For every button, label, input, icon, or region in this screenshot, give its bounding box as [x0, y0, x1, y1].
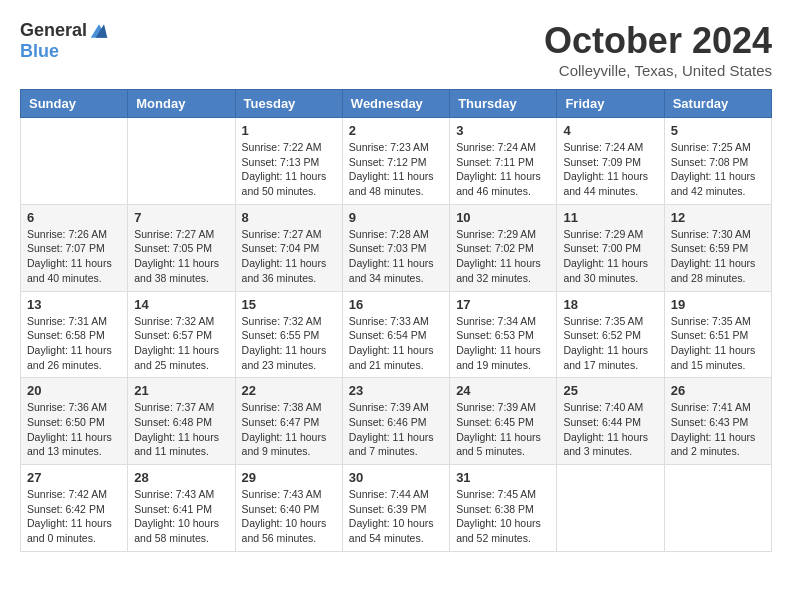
- day-info: Sunrise: 7:34 AM Sunset: 6:53 PM Dayligh…: [456, 314, 550, 373]
- calendar-cell: 3Sunrise: 7:24 AM Sunset: 7:11 PM Daylig…: [450, 118, 557, 205]
- calendar-cell: 21Sunrise: 7:37 AM Sunset: 6:48 PM Dayli…: [128, 378, 235, 465]
- weekday-header: Monday: [128, 90, 235, 118]
- calendar-cell: 29Sunrise: 7:43 AM Sunset: 6:40 PM Dayli…: [235, 465, 342, 552]
- day-number: 5: [671, 123, 765, 138]
- day-info: Sunrise: 7:43 AM Sunset: 6:40 PM Dayligh…: [242, 487, 336, 546]
- calendar-cell: 24Sunrise: 7:39 AM Sunset: 6:45 PM Dayli…: [450, 378, 557, 465]
- calendar-cell: 8Sunrise: 7:27 AM Sunset: 7:04 PM Daylig…: [235, 204, 342, 291]
- day-info: Sunrise: 7:24 AM Sunset: 7:09 PM Dayligh…: [563, 140, 657, 199]
- calendar-cell: 10Sunrise: 7:29 AM Sunset: 7:02 PM Dayli…: [450, 204, 557, 291]
- calendar-cell: 17Sunrise: 7:34 AM Sunset: 6:53 PM Dayli…: [450, 291, 557, 378]
- calendar-cell: 19Sunrise: 7:35 AM Sunset: 6:51 PM Dayli…: [664, 291, 771, 378]
- calendar-cell: 18Sunrise: 7:35 AM Sunset: 6:52 PM Dayli…: [557, 291, 664, 378]
- calendar-cell: 13Sunrise: 7:31 AM Sunset: 6:58 PM Dayli…: [21, 291, 128, 378]
- day-info: Sunrise: 7:40 AM Sunset: 6:44 PM Dayligh…: [563, 400, 657, 459]
- calendar-cell: [21, 118, 128, 205]
- day-number: 4: [563, 123, 657, 138]
- day-info: Sunrise: 7:32 AM Sunset: 6:57 PM Dayligh…: [134, 314, 228, 373]
- day-number: 29: [242, 470, 336, 485]
- day-number: 30: [349, 470, 443, 485]
- calendar-cell: 7Sunrise: 7:27 AM Sunset: 7:05 PM Daylig…: [128, 204, 235, 291]
- calendar-cell: 15Sunrise: 7:32 AM Sunset: 6:55 PM Dayli…: [235, 291, 342, 378]
- day-number: 13: [27, 297, 121, 312]
- day-number: 26: [671, 383, 765, 398]
- day-info: Sunrise: 7:27 AM Sunset: 7:04 PM Dayligh…: [242, 227, 336, 286]
- calendar-cell: 4Sunrise: 7:24 AM Sunset: 7:09 PM Daylig…: [557, 118, 664, 205]
- month-title: October 2024: [544, 20, 772, 62]
- day-number: 14: [134, 297, 228, 312]
- day-info: Sunrise: 7:27 AM Sunset: 7:05 PM Dayligh…: [134, 227, 228, 286]
- calendar-cell: 16Sunrise: 7:33 AM Sunset: 6:54 PM Dayli…: [342, 291, 449, 378]
- weekday-header: Thursday: [450, 90, 557, 118]
- calendar-cell: 14Sunrise: 7:32 AM Sunset: 6:57 PM Dayli…: [128, 291, 235, 378]
- day-info: Sunrise: 7:29 AM Sunset: 7:02 PM Dayligh…: [456, 227, 550, 286]
- day-info: Sunrise: 7:39 AM Sunset: 6:46 PM Dayligh…: [349, 400, 443, 459]
- calendar-week-row: 6Sunrise: 7:26 AM Sunset: 7:07 PM Daylig…: [21, 204, 772, 291]
- day-info: Sunrise: 7:26 AM Sunset: 7:07 PM Dayligh…: [27, 227, 121, 286]
- day-number: 23: [349, 383, 443, 398]
- day-number: 19: [671, 297, 765, 312]
- weekday-header: Wednesday: [342, 90, 449, 118]
- day-info: Sunrise: 7:28 AM Sunset: 7:03 PM Dayligh…: [349, 227, 443, 286]
- calendar-cell: 1Sunrise: 7:22 AM Sunset: 7:13 PM Daylig…: [235, 118, 342, 205]
- weekday-header: Friday: [557, 90, 664, 118]
- weekday-header: Tuesday: [235, 90, 342, 118]
- day-info: Sunrise: 7:33 AM Sunset: 6:54 PM Dayligh…: [349, 314, 443, 373]
- day-number: 16: [349, 297, 443, 312]
- calendar-cell: 28Sunrise: 7:43 AM Sunset: 6:41 PM Dayli…: [128, 465, 235, 552]
- day-info: Sunrise: 7:42 AM Sunset: 6:42 PM Dayligh…: [27, 487, 121, 546]
- weekday-header: Saturday: [664, 90, 771, 118]
- day-info: Sunrise: 7:29 AM Sunset: 7:00 PM Dayligh…: [563, 227, 657, 286]
- day-number: 1: [242, 123, 336, 138]
- calendar-table: SundayMondayTuesdayWednesdayThursdayFrid…: [20, 89, 772, 552]
- calendar-week-row: 13Sunrise: 7:31 AM Sunset: 6:58 PM Dayli…: [21, 291, 772, 378]
- day-number: 11: [563, 210, 657, 225]
- title-area: October 2024 Colleyville, Texas, United …: [544, 20, 772, 79]
- calendar-cell: 23Sunrise: 7:39 AM Sunset: 6:46 PM Dayli…: [342, 378, 449, 465]
- day-info: Sunrise: 7:43 AM Sunset: 6:41 PM Dayligh…: [134, 487, 228, 546]
- day-number: 20: [27, 383, 121, 398]
- day-number: 12: [671, 210, 765, 225]
- day-info: Sunrise: 7:36 AM Sunset: 6:50 PM Dayligh…: [27, 400, 121, 459]
- calendar-cell: 27Sunrise: 7:42 AM Sunset: 6:42 PM Dayli…: [21, 465, 128, 552]
- day-info: Sunrise: 7:22 AM Sunset: 7:13 PM Dayligh…: [242, 140, 336, 199]
- day-info: Sunrise: 7:39 AM Sunset: 6:45 PM Dayligh…: [456, 400, 550, 459]
- day-info: Sunrise: 7:41 AM Sunset: 6:43 PM Dayligh…: [671, 400, 765, 459]
- calendar-cell: 25Sunrise: 7:40 AM Sunset: 6:44 PM Dayli…: [557, 378, 664, 465]
- day-number: 28: [134, 470, 228, 485]
- day-info: Sunrise: 7:32 AM Sunset: 6:55 PM Dayligh…: [242, 314, 336, 373]
- calendar-cell: 11Sunrise: 7:29 AM Sunset: 7:00 PM Dayli…: [557, 204, 664, 291]
- logo-icon: [89, 21, 109, 41]
- day-number: 18: [563, 297, 657, 312]
- calendar-week-row: 1Sunrise: 7:22 AM Sunset: 7:13 PM Daylig…: [21, 118, 772, 205]
- calendar-cell: 30Sunrise: 7:44 AM Sunset: 6:39 PM Dayli…: [342, 465, 449, 552]
- day-number: 3: [456, 123, 550, 138]
- day-number: 2: [349, 123, 443, 138]
- day-number: 31: [456, 470, 550, 485]
- day-number: 10: [456, 210, 550, 225]
- day-number: 17: [456, 297, 550, 312]
- day-number: 9: [349, 210, 443, 225]
- day-info: Sunrise: 7:38 AM Sunset: 6:47 PM Dayligh…: [242, 400, 336, 459]
- day-info: Sunrise: 7:45 AM Sunset: 6:38 PM Dayligh…: [456, 487, 550, 546]
- day-info: Sunrise: 7:23 AM Sunset: 7:12 PM Dayligh…: [349, 140, 443, 199]
- calendar-cell: 6Sunrise: 7:26 AM Sunset: 7:07 PM Daylig…: [21, 204, 128, 291]
- day-info: Sunrise: 7:35 AM Sunset: 6:52 PM Dayligh…: [563, 314, 657, 373]
- calendar-cell: 26Sunrise: 7:41 AM Sunset: 6:43 PM Dayli…: [664, 378, 771, 465]
- calendar-cell: 20Sunrise: 7:36 AM Sunset: 6:50 PM Dayli…: [21, 378, 128, 465]
- day-number: 24: [456, 383, 550, 398]
- day-number: 25: [563, 383, 657, 398]
- calendar-cell: 22Sunrise: 7:38 AM Sunset: 6:47 PM Dayli…: [235, 378, 342, 465]
- day-number: 7: [134, 210, 228, 225]
- calendar-cell: 9Sunrise: 7:28 AM Sunset: 7:03 PM Daylig…: [342, 204, 449, 291]
- page-header: General Blue October 2024 Colleyville, T…: [20, 20, 772, 79]
- calendar-cell: 12Sunrise: 7:30 AM Sunset: 6:59 PM Dayli…: [664, 204, 771, 291]
- day-number: 27: [27, 470, 121, 485]
- day-number: 6: [27, 210, 121, 225]
- location-text: Colleyville, Texas, United States: [544, 62, 772, 79]
- day-number: 22: [242, 383, 336, 398]
- calendar-cell: [557, 465, 664, 552]
- calendar-week-row: 20Sunrise: 7:36 AM Sunset: 6:50 PM Dayli…: [21, 378, 772, 465]
- day-info: Sunrise: 7:30 AM Sunset: 6:59 PM Dayligh…: [671, 227, 765, 286]
- calendar-cell: 2Sunrise: 7:23 AM Sunset: 7:12 PM Daylig…: [342, 118, 449, 205]
